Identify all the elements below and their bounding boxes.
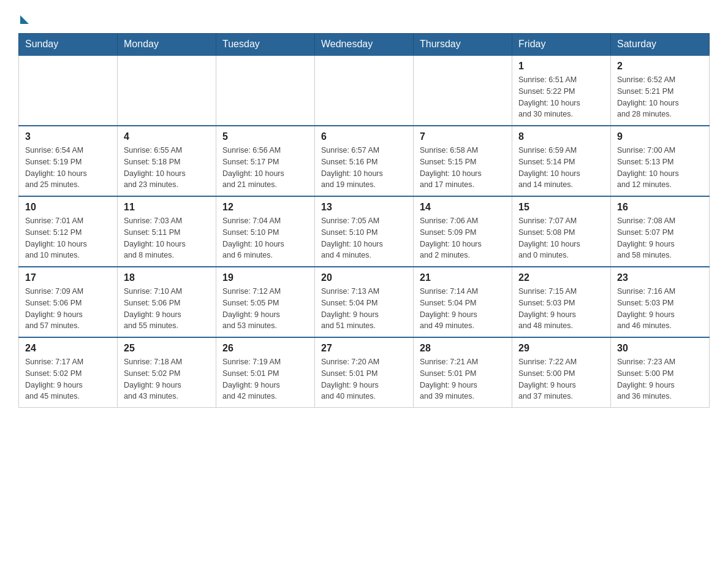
calendar-cell: 8Sunrise: 6:59 AM Sunset: 5:14 PM Daylig… [512,126,611,196]
calendar-week-row: 24Sunrise: 7:17 AM Sunset: 5:02 PM Dayli… [19,337,710,408]
day-number: 21 [420,272,506,283]
calendar-cell: 30Sunrise: 7:23 AM Sunset: 5:00 PM Dayli… [611,337,710,408]
day-number: 6 [321,131,407,142]
day-number: 24 [25,343,111,354]
day-number: 4 [124,131,210,142]
calendar-week-row: 10Sunrise: 7:01 AM Sunset: 5:12 PM Dayli… [19,196,710,267]
day-info: Sunrise: 7:20 AM Sunset: 5:01 PM Dayligh… [321,356,407,402]
calendar-cell: 20Sunrise: 7:13 AM Sunset: 5:04 PM Dayli… [315,267,414,337]
calendar-cell: 9Sunrise: 7:00 AM Sunset: 5:13 PM Daylig… [611,126,710,196]
day-info: Sunrise: 7:22 AM Sunset: 5:00 PM Dayligh… [518,356,604,402]
day-number: 1 [518,61,604,72]
day-info: Sunrise: 7:23 AM Sunset: 5:00 PM Dayligh… [617,356,703,402]
calendar-week-row: 1Sunrise: 6:51 AM Sunset: 5:22 PM Daylig… [19,55,710,126]
day-number: 17 [25,272,111,283]
calendar-cell: 24Sunrise: 7:17 AM Sunset: 5:02 PM Dayli… [19,337,118,408]
weekday-header-monday: Monday [118,34,216,56]
weekday-header-wednesday: Wednesday [315,34,414,56]
day-info: Sunrise: 6:54 AM Sunset: 5:19 PM Dayligh… [25,145,111,191]
day-number: 18 [124,272,210,283]
day-info: Sunrise: 6:57 AM Sunset: 5:16 PM Dayligh… [321,145,407,191]
day-number: 12 [222,202,308,213]
day-info: Sunrise: 6:51 AM Sunset: 5:22 PM Dayligh… [518,74,604,120]
day-info: Sunrise: 7:03 AM Sunset: 5:11 PM Dayligh… [124,215,210,261]
day-number: 7 [420,131,506,142]
calendar-cell [216,55,315,126]
calendar-cell [19,55,118,126]
day-info: Sunrise: 7:07 AM Sunset: 5:08 PM Dayligh… [518,215,604,261]
day-info: Sunrise: 7:09 AM Sunset: 5:06 PM Dayligh… [25,286,111,332]
calendar-cell: 11Sunrise: 7:03 AM Sunset: 5:11 PM Dayli… [118,196,216,267]
day-info: Sunrise: 7:10 AM Sunset: 5:06 PM Dayligh… [124,286,210,332]
calendar-cell: 22Sunrise: 7:15 AM Sunset: 5:03 PM Dayli… [512,267,611,337]
day-info: Sunrise: 7:08 AM Sunset: 5:07 PM Dayligh… [617,215,703,261]
weekday-header-thursday: Thursday [414,34,512,56]
day-info: Sunrise: 7:05 AM Sunset: 5:10 PM Dayligh… [321,215,407,261]
calendar-cell [414,55,512,126]
day-info: Sunrise: 7:17 AM Sunset: 5:02 PM Dayligh… [25,356,111,402]
weekday-header-friday: Friday [512,34,611,56]
weekday-header-sunday: Sunday [19,34,118,56]
calendar-cell: 27Sunrise: 7:20 AM Sunset: 5:01 PM Dayli… [315,337,414,408]
day-info: Sunrise: 6:58 AM Sunset: 5:15 PM Dayligh… [420,145,506,191]
calendar-cell: 26Sunrise: 7:19 AM Sunset: 5:01 PM Dayli… [216,337,315,408]
calendar-week-row: 3Sunrise: 6:54 AM Sunset: 5:19 PM Daylig… [19,126,710,196]
calendar-cell: 14Sunrise: 7:06 AM Sunset: 5:09 PM Dayli… [414,196,512,267]
calendar-cell: 28Sunrise: 7:21 AM Sunset: 5:01 PM Dayli… [414,337,512,408]
day-number: 10 [25,202,111,213]
page-header [18,12,710,21]
calendar-cell: 12Sunrise: 7:04 AM Sunset: 5:10 PM Dayli… [216,196,315,267]
calendar-cell: 13Sunrise: 7:05 AM Sunset: 5:10 PM Dayli… [315,196,414,267]
calendar-cell [315,55,414,126]
day-info: Sunrise: 6:59 AM Sunset: 5:14 PM Dayligh… [518,145,604,191]
calendar-cell: 17Sunrise: 7:09 AM Sunset: 5:06 PM Dayli… [19,267,118,337]
day-number: 26 [222,343,308,354]
weekday-header-saturday: Saturday [611,34,710,56]
logo [18,12,29,21]
weekday-header-tuesday: Tuesday [216,34,315,56]
calendar-cell: 6Sunrise: 6:57 AM Sunset: 5:16 PM Daylig… [315,126,414,196]
day-number: 25 [124,343,210,354]
day-number: 19 [222,272,308,283]
day-info: Sunrise: 7:14 AM Sunset: 5:04 PM Dayligh… [420,286,506,332]
calendar-cell: 16Sunrise: 7:08 AM Sunset: 5:07 PM Dayli… [611,196,710,267]
day-info: Sunrise: 6:55 AM Sunset: 5:18 PM Dayligh… [124,145,210,191]
calendar-table: SundayMondayTuesdayWednesdayThursdayFrid… [18,33,710,408]
day-number: 11 [124,202,210,213]
day-number: 9 [617,131,703,142]
day-info: Sunrise: 7:00 AM Sunset: 5:13 PM Dayligh… [617,145,703,191]
day-info: Sunrise: 7:15 AM Sunset: 5:03 PM Dayligh… [518,286,604,332]
calendar-week-row: 17Sunrise: 7:09 AM Sunset: 5:06 PM Dayli… [19,267,710,337]
calendar-cell: 4Sunrise: 6:55 AM Sunset: 5:18 PM Daylig… [118,126,216,196]
day-info: Sunrise: 7:19 AM Sunset: 5:01 PM Dayligh… [222,356,308,402]
day-number: 28 [420,343,506,354]
day-number: 14 [420,202,506,213]
day-info: Sunrise: 7:18 AM Sunset: 5:02 PM Dayligh… [124,356,210,402]
day-info: Sunrise: 7:12 AM Sunset: 5:05 PM Dayligh… [222,286,308,332]
calendar-cell: 3Sunrise: 6:54 AM Sunset: 5:19 PM Daylig… [19,126,118,196]
day-number: 3 [25,131,111,142]
day-number: 30 [617,343,703,354]
day-info: Sunrise: 7:13 AM Sunset: 5:04 PM Dayligh… [321,286,407,332]
day-info: Sunrise: 7:16 AM Sunset: 5:03 PM Dayligh… [617,286,703,332]
calendar-cell [118,55,216,126]
day-number: 8 [518,131,604,142]
calendar-cell: 5Sunrise: 6:56 AM Sunset: 5:17 PM Daylig… [216,126,315,196]
calendar-cell: 23Sunrise: 7:16 AM Sunset: 5:03 PM Dayli… [611,267,710,337]
day-info: Sunrise: 7:04 AM Sunset: 5:10 PM Dayligh… [222,215,308,261]
day-number: 23 [617,272,703,283]
calendar-cell: 25Sunrise: 7:18 AM Sunset: 5:02 PM Dayli… [118,337,216,408]
day-info: Sunrise: 7:06 AM Sunset: 5:09 PM Dayligh… [420,215,506,261]
calendar-cell: 2Sunrise: 6:52 AM Sunset: 5:21 PM Daylig… [611,55,710,126]
calendar-cell: 29Sunrise: 7:22 AM Sunset: 5:00 PM Dayli… [512,337,611,408]
day-number: 2 [617,61,703,72]
calendar-cell: 1Sunrise: 6:51 AM Sunset: 5:22 PM Daylig… [512,55,611,126]
calendar-cell: 15Sunrise: 7:07 AM Sunset: 5:08 PM Dayli… [512,196,611,267]
day-info: Sunrise: 7:01 AM Sunset: 5:12 PM Dayligh… [25,215,111,261]
calendar-header-row: SundayMondayTuesdayWednesdayThursdayFrid… [19,34,710,56]
day-info: Sunrise: 7:21 AM Sunset: 5:01 PM Dayligh… [420,356,506,402]
day-number: 15 [518,202,604,213]
calendar-cell: 7Sunrise: 6:58 AM Sunset: 5:15 PM Daylig… [414,126,512,196]
day-number: 20 [321,272,407,283]
logo-arrow-icon [20,15,29,24]
